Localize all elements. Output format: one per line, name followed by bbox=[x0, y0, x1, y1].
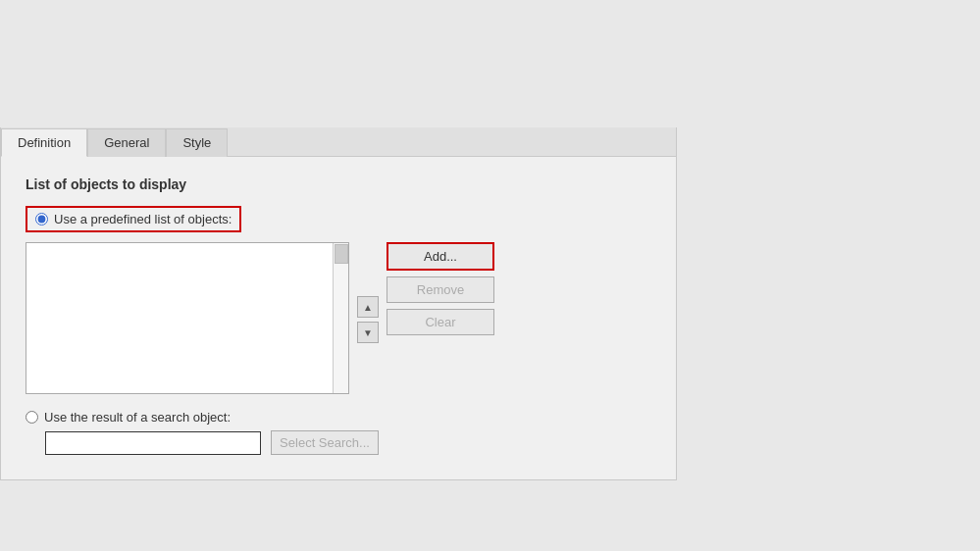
right-buttons: Add... Remove Clear bbox=[387, 242, 494, 335]
main-panel: Definition General Style List of objects… bbox=[0, 127, 677, 480]
radio1-label[interactable]: Use a predefined list of objects: bbox=[26, 206, 241, 232]
radio1-input[interactable] bbox=[35, 213, 48, 225]
radio2-input[interactable] bbox=[26, 411, 38, 424]
move-up-button[interactable]: ▲ bbox=[357, 296, 379, 318]
arrow-buttons: ▲ ▼ bbox=[357, 296, 379, 343]
remove-button[interactable]: Remove bbox=[387, 276, 494, 303]
tab-content: List of objects to display Use a predefi… bbox=[1, 157, 676, 479]
search-row: Select Search... bbox=[45, 430, 651, 455]
scrollbar[interactable] bbox=[333, 243, 348, 393]
select-search-button[interactable]: Select Search... bbox=[271, 430, 379, 455]
tab-definition[interactable]: Definition bbox=[1, 128, 87, 157]
scrollbar-thumb bbox=[335, 244, 348, 264]
radio2-label[interactable]: Use the result of a search object: bbox=[26, 410, 231, 425]
tabs-row: Definition General Style bbox=[1, 127, 676, 157]
section-title: List of objects to display bbox=[26, 176, 651, 192]
tab-style[interactable]: Style bbox=[166, 128, 228, 157]
search-section: Use the result of a search object: Selec… bbox=[26, 410, 651, 455]
move-down-button[interactable]: ▼ bbox=[357, 322, 379, 343]
list-area: ▲ ▼ Add... Remove Clear bbox=[26, 242, 651, 394]
search-input[interactable] bbox=[45, 431, 261, 455]
clear-button[interactable]: Clear bbox=[387, 309, 494, 335]
tab-general[interactable]: General bbox=[87, 128, 166, 157]
radio2-row: Use the result of a search object: bbox=[26, 410, 651, 425]
predefined-list-box[interactable] bbox=[26, 242, 349, 394]
add-button[interactable]: Add... bbox=[387, 242, 494, 271]
